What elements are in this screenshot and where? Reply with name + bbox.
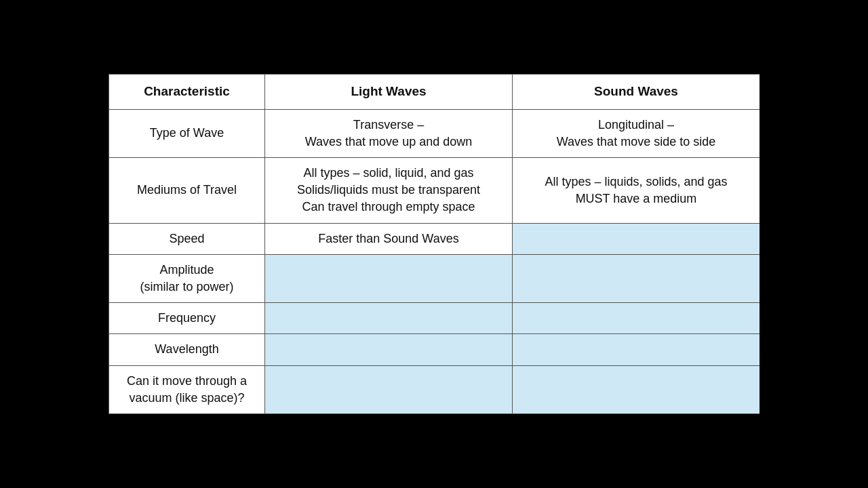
light-type-line2: Waves that move up and down bbox=[305, 135, 472, 148]
light-amplitude bbox=[265, 254, 513, 302]
header-light-waves: Light Waves bbox=[265, 75, 513, 110]
header-sound-waves: Sound Waves bbox=[513, 75, 760, 110]
light-mediums-line1: All types – solid, liquid, and gas bbox=[303, 166, 473, 180]
amplitude-line2: (similar to power) bbox=[140, 280, 233, 293]
vacuum-line1: Can it move through a bbox=[127, 374, 247, 388]
sound-frequency bbox=[513, 303, 760, 334]
amplitude-line1: Amplitude bbox=[159, 263, 214, 277]
sound-vacuum bbox=[513, 365, 760, 413]
char-amplitude: Amplitude (similar to power) bbox=[109, 254, 265, 302]
row-frequency: Frequency bbox=[109, 303, 760, 334]
vacuum-line2: vacuum (like space)? bbox=[129, 391, 244, 405]
light-mediums-of-travel: All types – solid, liquid, and gas Solid… bbox=[265, 158, 513, 224]
row-wavelength: Wavelength bbox=[109, 334, 760, 365]
sound-amplitude bbox=[513, 254, 760, 302]
sound-type-line1: Longitudinal – bbox=[598, 118, 674, 131]
light-frequency bbox=[265, 303, 513, 334]
light-wavelength bbox=[265, 334, 513, 365]
light-mediums-line2: Solids/liquids must be transparent bbox=[297, 183, 480, 197]
comparison-table: Characteristic Light Waves Sound Waves T… bbox=[108, 74, 760, 414]
light-type-of-wave: Transverse – Waves that move up and down bbox=[265, 109, 513, 157]
row-amplitude: Amplitude (similar to power) bbox=[109, 254, 760, 302]
char-mediums-of-travel: Mediums of Travel bbox=[109, 158, 265, 224]
sound-wavelength bbox=[513, 334, 760, 365]
sound-mediums-of-travel: All types – liquids, solids, and gas MUS… bbox=[513, 158, 760, 224]
row-speed: Speed Faster than Sound Waves bbox=[109, 223, 760, 254]
light-vacuum bbox=[265, 365, 513, 413]
light-mediums-line3: Can travel through empty space bbox=[302, 200, 475, 214]
sound-type-of-wave: Longitudinal – Waves that move side to s… bbox=[513, 109, 760, 157]
light-speed: Faster than Sound Waves bbox=[265, 223, 513, 254]
header-row: Characteristic Light Waves Sound Waves bbox=[109, 75, 760, 110]
sound-mediums-line2: MUST have a medium bbox=[576, 192, 697, 205]
char-frequency: Frequency bbox=[109, 303, 265, 334]
row-type-of-wave: Type of Wave Transverse – Waves that mov… bbox=[109, 109, 760, 157]
sound-mediums-line1: All types – liquids, solids, and gas bbox=[545, 175, 727, 188]
char-vacuum: Can it move through a vacuum (like space… bbox=[109, 365, 265, 413]
header-characteristic: Characteristic bbox=[109, 75, 265, 110]
char-type-of-wave: Type of Wave bbox=[109, 109, 265, 157]
light-type-line1: Transverse – bbox=[353, 118, 424, 131]
sound-speed bbox=[513, 223, 760, 254]
row-vacuum: Can it move through a vacuum (like space… bbox=[109, 365, 760, 413]
char-wavelength: Wavelength bbox=[109, 334, 265, 365]
row-mediums-of-travel: Mediums of Travel All types – solid, liq… bbox=[109, 158, 760, 224]
char-speed: Speed bbox=[109, 223, 265, 254]
sound-type-line2: Waves that move side to side bbox=[557, 135, 715, 148]
